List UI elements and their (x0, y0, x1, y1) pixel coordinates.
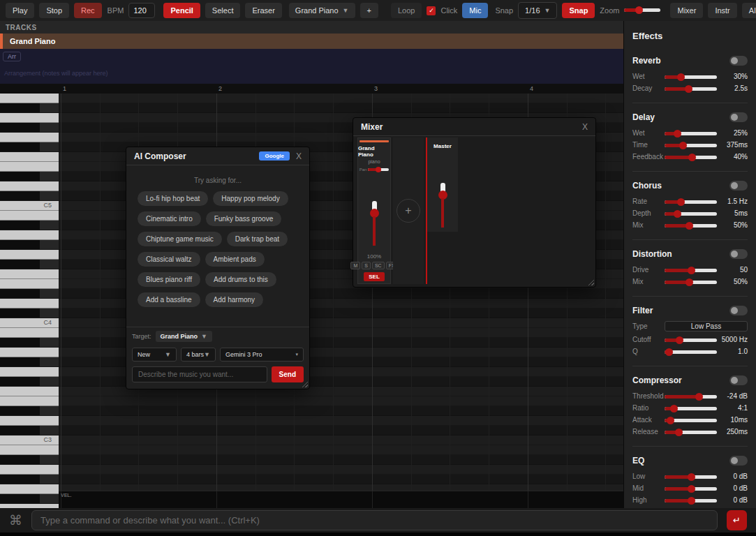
chorus-rate-slider[interactable] (665, 198, 717, 206)
add-channel-button[interactable]: + (396, 199, 420, 223)
piano-key-A5[interactable] (0, 113, 59, 123)
piano-key-Cs5[interactable] (0, 191, 59, 201)
compressor-ratio-slider[interactable] (665, 404, 717, 412)
filter-q-slider[interactable] (665, 348, 717, 356)
close-icon[interactable]: X (296, 151, 302, 161)
piano-key-Gs2[interactable] (0, 475, 59, 484)
piano-key-F4[interactable] (0, 269, 59, 279)
channel-sc-button[interactable]: SC (372, 262, 385, 269)
slider-thumb[interactable] (674, 130, 681, 137)
chorus-toggle[interactable] (729, 181, 748, 191)
piano-key-D4[interactable] (0, 299, 59, 308)
music-prompt-input[interactable] (132, 366, 267, 382)
track-row-grand-piano[interactable]: Grand Piano (0, 34, 623, 49)
pan-thumb[interactable] (376, 167, 381, 172)
stop-button[interactable]: Stop (39, 3, 69, 18)
filter-cutoff-slider[interactable] (665, 336, 717, 344)
compressor-toggle[interactable] (729, 375, 748, 385)
grid-row[interactable] (59, 103, 623, 113)
channel-m-button[interactable]: M (350, 262, 360, 269)
grid-row[interactable] (59, 396, 623, 406)
piano-key-A3[interactable] (0, 348, 59, 357)
command-input[interactable] (31, 510, 718, 530)
select-tool-button[interactable]: Select (205, 3, 241, 18)
grid-row[interactable] (59, 465, 623, 475)
suggestion-chip-add-drums-to-this[interactable]: Add drums to this (205, 272, 276, 287)
delay-feedback-slider[interactable] (665, 153, 717, 161)
panel-button-mixer[interactable]: Mixer (670, 3, 703, 18)
arrangement-lane[interactable]: Arr Arrangement (notes will appear here) (0, 49, 623, 84)
master-volume-fader[interactable] (438, 183, 447, 228)
slider-thumb[interactable] (679, 142, 687, 149)
piano-key-Ds4[interactable] (0, 289, 59, 299)
slider-thumb[interactable] (677, 73, 685, 81)
mode-select[interactable]: New ▼ (132, 348, 177, 362)
record-button[interactable]: Rec (74, 3, 102, 18)
suggestion-chip-add-a-bassline[interactable]: Add a bassline (138, 292, 200, 307)
click-checkbox[interactable]: ✓ (427, 6, 436, 15)
channel-s-button[interactable]: S (362, 262, 371, 269)
piano-key-As4[interactable] (0, 221, 59, 230)
slider-thumb[interactable] (665, 348, 673, 356)
piano-key-Gs4[interactable] (0, 240, 59, 250)
compressor-release-slider[interactable] (665, 428, 717, 436)
chorus-depth-slider[interactable] (665, 209, 717, 218)
compressor-threshold-slider[interactable] (665, 392, 717, 401)
distortion-mix-slider[interactable] (665, 278, 717, 286)
piano-key-Fs4[interactable] (0, 260, 59, 269)
channel-volume-fader[interactable] (370, 201, 379, 246)
piano-key-B3[interactable] (0, 328, 59, 338)
pencil-tool-button[interactable]: Pencil (163, 3, 200, 18)
piano-key-D3[interactable] (0, 416, 59, 426)
slider-thumb[interactable] (695, 393, 703, 401)
slider-thumb[interactable] (667, 417, 674, 424)
suggestion-chip-add-harmony[interactable]: Add harmony (205, 292, 263, 307)
grid-row[interactable] (59, 416, 623, 426)
slider-thumb[interactable] (670, 405, 678, 412)
channel-sel-button[interactable]: SEL (364, 272, 385, 281)
suggestion-chip-blues-piano-riff[interactable]: Blues piano riff (138, 272, 200, 287)
master-strip[interactable]: Master (427, 137, 458, 232)
eq-low-slider[interactable] (665, 472, 717, 481)
velocity-lane[interactable]: VEL. (59, 491, 623, 508)
enter-button[interactable]: ↵ (727, 510, 747, 530)
grid-row[interactable] (59, 475, 623, 484)
slider-thumb[interactable] (688, 473, 695, 481)
filter-type-select[interactable]: Low Pass (665, 321, 748, 332)
panel-button-instr[interactable]: Instr (708, 3, 736, 18)
close-icon[interactable]: X (582, 122, 588, 132)
snap-value-select[interactable]: 1/16 ▼ (518, 2, 557, 19)
delay-time-slider[interactable] (665, 141, 717, 149)
chorus-mix-slider[interactable] (665, 221, 717, 230)
distortion-toggle[interactable] (729, 249, 748, 259)
grid-row[interactable] (59, 455, 623, 465)
add-track-button[interactable]: + (360, 3, 378, 18)
instrument-select[interactable]: Grand Piano ▼ (289, 3, 355, 18)
piano-key-E5[interactable] (0, 162, 59, 172)
piano-key-G3[interactable] (0, 367, 59, 377)
slider-thumb[interactable] (675, 429, 683, 436)
slider-thumb[interactable] (685, 278, 693, 286)
piano-key-B2[interactable] (0, 445, 59, 455)
model-select[interactable]: Gemini 3 Pro ▾ (220, 348, 304, 362)
piano-key-C4[interactable]: C4 (0, 318, 59, 328)
piano-key-C5[interactable]: C5 (0, 201, 59, 211)
grid-row[interactable] (59, 426, 623, 436)
zoom-slider[interactable] (624, 6, 660, 15)
filter-toggle[interactable] (729, 306, 748, 315)
eq-high-slider[interactable] (665, 496, 717, 505)
piano-key-G2[interactable] (0, 484, 59, 494)
arrangement-chip[interactable]: Arr (3, 52, 21, 61)
suggestion-chip-chiptune-game-music[interactable]: Chiptune game music (138, 232, 222, 246)
slider-thumb[interactable] (676, 336, 683, 344)
grid-row[interactable] (59, 436, 623, 445)
piano-key-A4[interactable] (0, 230, 59, 240)
piano-key-Gs3[interactable] (0, 357, 59, 367)
piano-key-B5[interactable] (0, 94, 59, 103)
mic-button[interactable]: Mic (462, 3, 488, 18)
slider-thumb[interactable] (688, 154, 696, 161)
loop-button[interactable]: Loop (391, 3, 422, 18)
snap-button[interactable]: Snap (562, 3, 595, 18)
piano-key-G4[interactable] (0, 250, 59, 260)
slider-thumb[interactable] (688, 497, 695, 505)
